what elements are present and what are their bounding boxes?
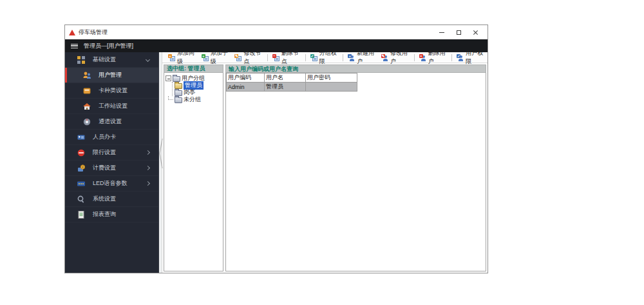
card-type-icon	[82, 86, 91, 95]
maximize-icon	[457, 30, 461, 35]
sidebar-item-restriction-settings[interactable]: 限行设置	[65, 145, 158, 161]
main-content: + 添加同级 + 添加子级 ✎ 修改节点 − 删除节点 ✓	[162, 52, 488, 273]
edit-user-icon: ✎	[381, 54, 388, 61]
edit-node-button[interactable]: ✎ 修改节点	[232, 53, 265, 63]
column-header-user-code[interactable]: 用户编码	[227, 74, 265, 83]
edit-user-button[interactable]: ✎ 修改用户	[379, 53, 412, 63]
group-folder-icon	[173, 76, 180, 82]
title-bar: 停车场管理	[65, 25, 488, 39]
app-logo-icon	[69, 30, 75, 35]
tree-children: 管理员 岗亭	[172, 82, 222, 96]
cell-user-code: Admin	[227, 83, 265, 92]
group-tree-panel: 选中组: 管理员 用户分组 管理员	[164, 64, 223, 271]
window-controls	[433, 26, 484, 38]
group-permission-icon: ✓	[310, 54, 317, 61]
new-user-icon: +	[348, 54, 355, 61]
cell-user-password	[306, 83, 357, 92]
column-header-user-name[interactable]: 用户名	[265, 74, 306, 83]
chevron-right-icon	[146, 166, 150, 170]
report-icon	[77, 210, 86, 219]
sidebar-item-label: 报表查询	[93, 210, 116, 219]
sidebar-splitter[interactable]	[158, 52, 162, 273]
close-button[interactable]	[467, 26, 484, 38]
system-icon	[77, 195, 86, 204]
users-icon	[82, 71, 91, 80]
selected-group-header: 选中组: 管理员	[164, 64, 223, 73]
workstation-icon	[82, 102, 91, 111]
tree-node-ungrouped[interactable]: 未分组	[166, 96, 222, 103]
window-title: 停车场管理	[79, 28, 108, 37]
sidebar-item-billing-settings[interactable]: ¥ 计费设置	[65, 161, 158, 176]
column-header-user-password[interactable]: 用户密码	[306, 74, 357, 83]
modules-icon	[77, 55, 86, 64]
sidebar-item-system-settings[interactable]: 系统设置	[65, 192, 158, 207]
toolbar-separator	[305, 54, 306, 61]
group-folder-icon	[175, 97, 182, 103]
add-sibling-icon: +	[168, 54, 175, 61]
close-icon	[473, 30, 478, 35]
menu-icon[interactable]	[71, 44, 78, 48]
svg-text:¥: ¥	[82, 165, 84, 169]
table-header-row: 用户编码 用户名 用户密码	[227, 74, 357, 83]
group-folder-icon	[175, 83, 182, 89]
add-child-node-button[interactable]: + 添加子级	[199, 53, 232, 63]
led-voice-icon	[77, 179, 86, 188]
cell-user-name: 管理员	[265, 83, 306, 92]
sidebar-item-personnel-card[interactable]: 人员办卡	[65, 130, 158, 145]
sidebar-item-label: 系统设置	[93, 195, 116, 203]
user-table: 用户编码 用户名 用户密码 Admin 管理员	[226, 73, 357, 92]
sidebar-item-label: 卡种类设置	[99, 86, 128, 95]
new-user-button[interactable]: + 新建用户	[345, 53, 379, 63]
delete-node-icon: −	[272, 54, 279, 61]
toolbar-separator	[267, 54, 268, 61]
sidebar-item-label: 工作站设置	[99, 102, 128, 110]
tree-node-admin-group[interactable]: 管理员	[175, 82, 222, 89]
maximize-button[interactable]	[450, 26, 467, 38]
user-table-panel: 用户编码 用户名 用户密码 Admin 管理员	[225, 64, 486, 271]
sidebar-item-label: 限行设置	[93, 148, 116, 157]
user-permission-icon: ✓	[457, 54, 464, 61]
add-child-icon: +	[202, 54, 209, 61]
edit-node-icon: ✎	[234, 54, 242, 61]
sidebar-item-label: 基础设置	[93, 55, 116, 64]
breadcrumb: 管理员—[用户管理]	[84, 42, 133, 50]
toolbar-separator	[343, 54, 343, 61]
id-card-icon	[77, 133, 86, 142]
sidebar: 基础设置 用户管理 卡种类设置 工作站设置 通道设置 人员办卡	[65, 52, 158, 273]
chevron-right-icon	[146, 150, 150, 155]
user-table-area: 用户编码 用户名 用户密码 Admin 管理员	[225, 73, 486, 271]
user-permission-button[interactable]: ✓ 用户权限	[454, 53, 488, 63]
tree-node-label: 未分组	[184, 95, 201, 104]
delete-node-button[interactable]: − 删除节点	[270, 53, 303, 63]
toolbar-separator	[414, 54, 415, 61]
sidebar-item-label: 人员办卡	[93, 133, 116, 141]
minimize-button[interactable]	[433, 26, 450, 38]
chevron-down-icon	[146, 57, 150, 62]
sidebar-item-workstation-settings[interactable]: 工作站设置	[65, 99, 158, 114]
delete-user-button[interactable]: × 删除用户	[417, 53, 450, 63]
minimize-icon	[439, 32, 444, 33]
sidebar-item-card-type-settings[interactable]: 卡种类设置	[65, 83, 158, 99]
toolbar-separator	[451, 54, 452, 61]
sidebar-item-channel-settings[interactable]: 通道设置	[65, 114, 158, 130]
group-permission-button[interactable]: ✓ 分组权限	[308, 53, 341, 63]
sidebar-item-led-voice-params[interactable]: LED语音参数	[65, 176, 158, 192]
toolbar: + 添加同级 + 添加子级 ✎ 修改节点 − 删除节点 ✓	[162, 52, 488, 63]
sidebar-item-report-query[interactable]: 报表查询	[65, 207, 158, 222]
tree-connector	[168, 96, 173, 100]
restriction-icon	[77, 148, 86, 157]
collapse-node-icon[interactable]	[166, 75, 171, 81]
add-sibling-node-button[interactable]: + 添加同级	[166, 53, 199, 63]
sidebar-item-user-management[interactable]: 用户管理	[65, 68, 158, 83]
sidebar-item-label: 通道设置	[99, 117, 122, 126]
sidebar-item-label: LED语音参数	[93, 179, 128, 188]
user-search-input[interactable]	[225, 64, 486, 73]
sidebar-item-basic-settings[interactable]: 基础设置	[65, 52, 158, 68]
channel-icon	[82, 117, 91, 126]
delete-user-icon: ×	[419, 54, 426, 61]
collapse-sidebar-handle[interactable]	[159, 135, 163, 172]
table-row[interactable]: Admin 管理员	[227, 83, 357, 92]
group-tree: 用户分组 管理员 岗亭	[164, 73, 223, 271]
chevron-right-icon	[146, 181, 150, 186]
chevron-left-icon	[159, 137, 163, 170]
